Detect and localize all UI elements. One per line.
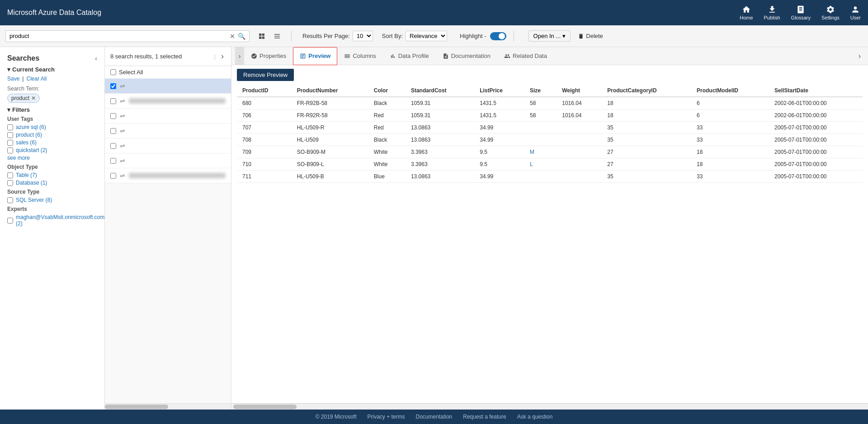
result-item-checkbox[interactable] bbox=[110, 158, 116, 164]
result-item-text bbox=[129, 98, 226, 104]
table-cell-productnumber: SO-B909-M bbox=[292, 146, 368, 158]
tab-columns[interactable]: Columns bbox=[337, 47, 382, 65]
search-input[interactable] bbox=[9, 33, 227, 39]
table-cell-productid: 711 bbox=[237, 171, 292, 183]
result-item-checkbox[interactable] bbox=[110, 173, 116, 179]
results-scroll-thumb[interactable] bbox=[105, 405, 168, 409]
result-item[interactable]: ⇌ bbox=[105, 109, 231, 124]
tab-preview[interactable]: Preview bbox=[293, 47, 337, 65]
table-cell-weight: 1016.04 bbox=[557, 97, 602, 110]
table-row: 711HL-U509-BBlue13.086334.9935332005-07-… bbox=[237, 171, 863, 183]
nav-glossary[interactable]: Glossary bbox=[791, 5, 811, 20]
highlight-toggle[interactable] bbox=[490, 32, 506, 40]
filter-sales-label: sales (6) bbox=[16, 139, 37, 146]
list-view-button[interactable] bbox=[270, 31, 284, 42]
filter-product[interactable]: product (6) bbox=[7, 132, 97, 138]
nav-home[interactable]: Home bbox=[740, 5, 753, 20]
filter-expert[interactable]: maghan@VsabMsit.onmicrosoft.com (2) bbox=[7, 214, 97, 227]
nav-user[interactable]: User bbox=[850, 5, 861, 20]
remove-chip-button[interactable]: ✕ bbox=[31, 95, 36, 101]
table-scroll-thumb[interactable] bbox=[233, 405, 297, 409]
delete-button[interactable]: Delete bbox=[578, 33, 603, 39]
tab-properties[interactable]: Properties bbox=[244, 47, 293, 65]
filter-table[interactable]: Table (7) bbox=[7, 172, 97, 178]
tab-documentation-label: Documentation bbox=[451, 52, 491, 59]
clear-all-link[interactable]: Clear All bbox=[26, 76, 47, 82]
table-scrollbar[interactable] bbox=[231, 403, 868, 410]
result-item[interactable]: ⇌ bbox=[105, 124, 231, 138]
tabs-expand-left-button[interactable]: › bbox=[235, 47, 244, 65]
expand-results-button[interactable]: › bbox=[219, 52, 226, 61]
table-cell-productid: 707 bbox=[237, 122, 292, 134]
pin-icon: ⇌ bbox=[120, 127, 125, 134]
result-item-checkbox[interactable] bbox=[110, 143, 116, 149]
footer-copyright: © 2019 Microsoft bbox=[316, 414, 357, 420]
table-cell-size[interactable]: L bbox=[524, 158, 557, 171]
tab-related-data[interactable]: Related Data bbox=[497, 47, 554, 65]
tab-documentation[interactable]: Documentation bbox=[436, 47, 497, 65]
filter-sales[interactable]: sales (6) bbox=[7, 139, 97, 146]
footer-request-link[interactable]: Request a feature bbox=[463, 414, 506, 420]
select-all-checkbox[interactable] bbox=[110, 69, 116, 75]
col-header-productmodelid: ProductModelID bbox=[691, 85, 769, 97]
result-item-text bbox=[129, 173, 226, 178]
table-cell-productnumber: HL-U509 bbox=[292, 134, 368, 146]
filter-expert-checkbox[interactable] bbox=[7, 218, 13, 224]
tab-data-profile[interactable]: Data Profile bbox=[383, 47, 436, 65]
filter-expert-email: maghan@VsabMsit.onmicrosoft.com (2) bbox=[16, 214, 104, 227]
sort-by-select[interactable]: Relevance Name bbox=[406, 31, 447, 41]
col-header-standardcost: StandardCost bbox=[406, 85, 474, 97]
result-item-checkbox[interactable] bbox=[110, 83, 116, 89]
sidebar-collapse-button[interactable]: ‹ bbox=[95, 55, 97, 62]
grid-view-button[interactable] bbox=[255, 31, 269, 42]
result-item[interactable]: ⇌ bbox=[105, 168, 231, 183]
footer-ask-link[interactable]: Ask a question bbox=[517, 414, 553, 420]
result-item-checkbox[interactable] bbox=[110, 113, 116, 119]
result-item-checkbox[interactable] bbox=[110, 128, 116, 134]
highlight-section: Highlight - bbox=[460, 32, 506, 40]
tabs-expand-right-button[interactable]: › bbox=[855, 50, 864, 62]
results-per-page-select[interactable]: 10 25 50 bbox=[353, 31, 373, 41]
filter-azure-sql[interactable]: azure sql (6) bbox=[7, 124, 97, 130]
tab-related-data-label: Related Data bbox=[513, 52, 547, 59]
save-link[interactable]: Save bbox=[7, 76, 19, 82]
search-icon[interactable]: 🔍 bbox=[238, 33, 245, 40]
clear-search-icon[interactable]: ✕ bbox=[230, 33, 235, 40]
table-cell-productcategoryid: 35 bbox=[602, 134, 691, 146]
footer-documentation-link[interactable]: Documentation bbox=[416, 414, 453, 420]
filter-quickstart-checkbox[interactable] bbox=[7, 148, 13, 153]
remove-preview-button[interactable]: Remove Preview bbox=[237, 69, 294, 81]
result-item[interactable]: ⇌ bbox=[105, 153, 231, 168]
table-cell-standardcost: 13.0863 bbox=[406, 171, 474, 183]
data-table-wrap[interactable]: ProductID ProductNumber Color StandardCo… bbox=[231, 85, 868, 403]
filters-title[interactable]: ▾ Filters bbox=[7, 106, 97, 113]
filter-sql-server[interactable]: SQL Server (8) bbox=[7, 197, 97, 203]
table-cell-productid: 708 bbox=[237, 134, 292, 146]
filter-sql-server-checkbox[interactable] bbox=[7, 197, 13, 203]
filter-database-checkbox[interactable] bbox=[7, 180, 13, 186]
filter-sales-checkbox[interactable] bbox=[7, 140, 13, 146]
result-item[interactable]: ⇌ bbox=[105, 79, 231, 94]
see-more-link[interactable]: see more bbox=[7, 155, 97, 161]
nav-settings[interactable]: Settings bbox=[821, 5, 840, 20]
filter-table-checkbox[interactable] bbox=[7, 172, 13, 178]
result-item[interactable]: ⇌ bbox=[105, 94, 231, 109]
table-cell-productid: 680 bbox=[237, 97, 292, 110]
filter-quickstart[interactable]: quickstart (2) bbox=[7, 147, 97, 153]
table-row: 706FR-R92R-58Red1059.311431.5581016.0418… bbox=[237, 110, 863, 122]
results-header: 8 search results, 1 selected | › bbox=[105, 47, 231, 66]
current-search-title[interactable]: ▾ Current Search bbox=[7, 66, 97, 73]
filter-product-checkbox[interactable] bbox=[7, 132, 13, 138]
filter-azure-sql-checkbox[interactable] bbox=[7, 124, 13, 130]
filter-database[interactable]: Database (1) bbox=[7, 180, 97, 186]
table-cell-productcategoryid: 27 bbox=[602, 146, 691, 158]
open-in-button[interactable]: Open In ... ▾ bbox=[528, 30, 571, 42]
table-cell-productcategoryid: 18 bbox=[602, 97, 691, 110]
results-scrollbar[interactable] bbox=[105, 403, 231, 410]
current-search-section: ▾ Current Search Save | Clear All Search… bbox=[0, 66, 104, 232]
result-item[interactable]: ⇌ bbox=[105, 138, 231, 153]
footer-privacy-link[interactable]: Privacy + terms bbox=[368, 414, 405, 420]
table-cell-size[interactable]: M bbox=[524, 146, 557, 158]
nav-publish[interactable]: Publish bbox=[764, 5, 780, 20]
result-item-checkbox[interactable] bbox=[110, 98, 116, 104]
